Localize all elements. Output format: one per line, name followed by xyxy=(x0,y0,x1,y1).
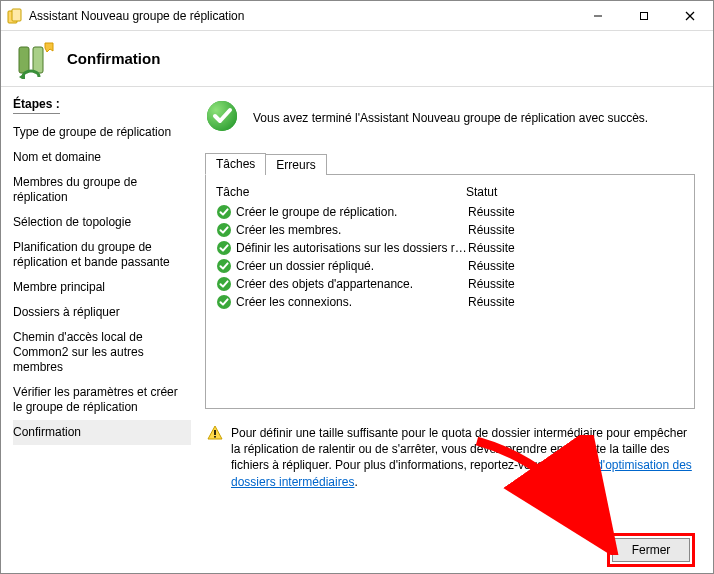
task-status: Réussite xyxy=(468,241,684,255)
success-small-icon xyxy=(216,294,232,310)
column-header-status[interactable]: Statut xyxy=(466,185,684,199)
success-message: Vous avez terminé l'Assistant Nouveau gr… xyxy=(253,111,648,125)
task-status: Réussite xyxy=(468,205,684,219)
close-window-button[interactable] xyxy=(667,1,713,30)
window-controls xyxy=(575,1,713,30)
warning-icon xyxy=(207,425,223,490)
task-status: Réussite xyxy=(468,295,684,309)
svg-rect-20 xyxy=(214,436,216,438)
task-status: Réussite xyxy=(468,223,684,237)
info-note: Pour définir une taille suffisante pour … xyxy=(205,421,695,494)
results-panel: Tâche Statut Créer le groupe de réplicat… xyxy=(205,175,695,409)
task-row[interactable]: Créer un dossier répliqué.Réussite xyxy=(216,257,684,275)
step-item[interactable]: Type de groupe de réplication xyxy=(13,120,191,145)
content-pane: Vous avez terminé l'Assistant Nouveau gr… xyxy=(199,87,713,527)
steps-sidebar: Étapes : Type de groupe de réplicationNo… xyxy=(1,87,199,527)
step-item[interactable]: Vérifier les paramètres et créer le grou… xyxy=(13,380,191,420)
task-name: Créer un dossier répliqué. xyxy=(236,259,468,273)
success-small-icon xyxy=(216,222,232,238)
column-header-task[interactable]: Tâche xyxy=(216,185,466,199)
step-item[interactable]: Sélection de topologie xyxy=(13,210,191,235)
task-name: Créer les membres. xyxy=(236,223,468,237)
success-check-icon xyxy=(205,99,239,136)
success-small-icon xyxy=(216,204,232,220)
info-text: Pour définir une taille suffisante pour … xyxy=(231,425,693,490)
maximize-button[interactable] xyxy=(621,1,667,30)
steps-heading: Étapes : xyxy=(13,97,60,114)
steps-list: Type de groupe de réplicationNom et doma… xyxy=(13,120,191,445)
svg-rect-1 xyxy=(12,9,21,21)
app-icon xyxy=(7,8,23,24)
step-item[interactable]: Membre principal xyxy=(13,275,191,300)
task-name: Créer les connexions. xyxy=(236,295,468,309)
minimize-button[interactable] xyxy=(575,1,621,30)
close-button[interactable]: Fermer xyxy=(612,538,690,562)
svg-rect-19 xyxy=(214,430,216,435)
tab-tasks[interactable]: Tâches xyxy=(205,153,266,175)
step-item[interactable]: Membres du groupe de réplication xyxy=(13,170,191,210)
step-item[interactable]: Nom et domaine xyxy=(13,145,191,170)
results-header-row: Tâche Statut xyxy=(216,183,684,203)
wizard-body: Étapes : Type de groupe de réplicationNo… xyxy=(1,87,713,527)
svg-rect-7 xyxy=(33,47,43,73)
success-small-icon xyxy=(216,276,232,292)
step-item[interactable]: Chemin d'accès local de Common2 sur les … xyxy=(13,325,191,380)
step-item[interactable]: Confirmation xyxy=(13,420,191,445)
wizard-header-icon xyxy=(15,39,55,79)
success-small-icon xyxy=(216,258,232,274)
success-banner: Vous avez terminé l'Assistant Nouveau gr… xyxy=(205,99,695,136)
task-name: Créer le groupe de réplication. xyxy=(236,205,468,219)
page-title: Confirmation xyxy=(67,50,160,67)
task-row[interactable]: Créer les connexions.Réussite xyxy=(216,293,684,311)
step-item[interactable]: Planification du groupe de réplication e… xyxy=(13,235,191,275)
task-row[interactable]: Créer le groupe de réplication.Réussite xyxy=(216,203,684,221)
titlebar: Assistant Nouveau groupe de réplication xyxy=(1,1,713,31)
svg-rect-3 xyxy=(641,12,648,19)
svg-rect-6 xyxy=(19,47,29,73)
task-name: Définir les autorisations sur les dossie… xyxy=(236,241,468,255)
close-button-highlight: Fermer xyxy=(607,533,695,567)
window-title: Assistant Nouveau groupe de réplication xyxy=(29,9,575,23)
success-small-icon xyxy=(216,240,232,256)
results-tabstrip: Tâches Erreurs xyxy=(205,152,695,175)
task-row[interactable]: Définir les autorisations sur les dossie… xyxy=(216,239,684,257)
task-status: Réussite xyxy=(468,259,684,273)
wizard-window: Assistant Nouveau groupe de réplication xyxy=(0,0,714,574)
step-item[interactable]: Dossiers à répliquer xyxy=(13,300,191,325)
wizard-header: Confirmation xyxy=(1,31,713,87)
results-rows: Créer le groupe de réplication.RéussiteC… xyxy=(216,203,684,311)
task-row[interactable]: Créer les membres.Réussite xyxy=(216,221,684,239)
tab-errors[interactable]: Erreurs xyxy=(265,154,326,175)
task-row[interactable]: Créer des objets d'appartenance.Réussite xyxy=(216,275,684,293)
task-name: Créer des objets d'appartenance. xyxy=(236,277,468,291)
svg-marker-8 xyxy=(45,43,53,52)
info-text-after: . xyxy=(354,475,357,489)
svg-marker-9 xyxy=(19,73,25,79)
task-status: Réussite xyxy=(468,277,684,291)
wizard-footer: Fermer xyxy=(1,527,713,573)
